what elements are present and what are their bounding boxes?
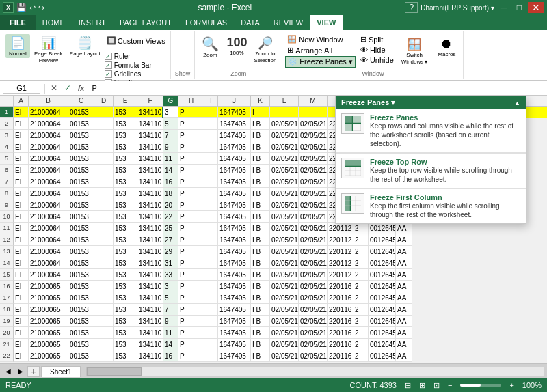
table-cell[interactable]: P	[178, 176, 204, 188]
table-cell[interactable]: 134110	[137, 153, 163, 165]
table-cell[interactable]: 21000064	[29, 211, 68, 223]
col-header-F[interactable]: F	[137, 96, 163, 106]
table-cell[interactable]: 00153	[68, 246, 94, 257]
table-row[interactable]: EI21000065001531531341107P1647405I B02/0…	[14, 304, 547, 316]
table-cell[interactable]: 21000065	[29, 292, 68, 304]
table-cell[interactable]: 1647405	[218, 107, 251, 118]
table-cell[interactable]: 21000064	[29, 257, 68, 269]
table-cell[interactable]: 2	[353, 292, 369, 304]
table-cell[interactable]: 02/05/21	[270, 350, 299, 362]
table-cell[interactable]: P	[178, 246, 204, 257]
table-cell[interactable]: EI	[14, 130, 29, 141]
table-cell[interactable]: 00153	[68, 350, 94, 362]
gridlines-checkbox[interactable]: ✓	[105, 70, 112, 78]
table-cell[interactable]: I B	[251, 246, 270, 257]
table-cell[interactable]: 02/05/21	[270, 281, 299, 292]
table-cell[interactable]: 134110	[137, 269, 163, 281]
table-cell[interactable]: 00126453	[369, 257, 396, 269]
tab-data[interactable]: DATA	[234, 15, 267, 30]
tab-scroll-right[interactable]: ▶	[15, 367, 26, 375]
table-cell[interactable]: 00153	[68, 107, 94, 118]
table-cell[interactable]: 3	[163, 281, 178, 292]
tab-file[interactable]: FILE	[0, 15, 36, 30]
table-cell[interactable]: 21000064	[29, 107, 68, 118]
table-cell[interactable]: 153	[114, 281, 137, 292]
quick-redo-btn[interactable]: ↪	[38, 3, 44, 12]
table-cell[interactable]	[204, 107, 218, 118]
table-cell[interactable]: 1647405	[218, 223, 251, 234]
table-cell[interactable]: 21000064	[29, 223, 68, 234]
table-cell[interactable]: 21000065	[29, 327, 68, 339]
table-cell[interactable]	[94, 130, 114, 141]
table-cell[interactable]: 134110	[137, 107, 163, 118]
tab-review[interactable]: REVIEW	[267, 15, 310, 30]
table-cell[interactable]: 00153	[68, 304, 94, 316]
tab-scroll-left[interactable]: ◀	[3, 367, 14, 375]
table-cell[interactable]	[204, 199, 218, 211]
table-cell[interactable]	[94, 234, 114, 246]
table-cell[interactable]: 21000064	[29, 165, 68, 176]
table-cell[interactable]	[204, 165, 218, 176]
table-cell[interactable]	[204, 176, 218, 188]
table-cell[interactable]: 153	[114, 223, 137, 234]
table-cell[interactable]	[94, 141, 114, 153]
table-cell[interactable]: 5	[163, 292, 178, 304]
table-cell[interactable]: 02/05/21	[299, 339, 328, 350]
table-cell[interactable]: 134110	[137, 118, 163, 130]
user-label[interactable]: Dharani(ERP Support) ▾	[421, 4, 494, 12]
table-cell[interactable]	[94, 339, 114, 350]
table-cell[interactable]: 02/05/21	[299, 269, 328, 281]
col-header-K[interactable]: K	[251, 96, 270, 106]
switch-windows-btn[interactable]: 🪟 SwitchWindows ▾	[399, 36, 431, 66]
table-cell[interactable]: EI	[14, 153, 29, 165]
table-cell[interactable]: 1647405	[218, 176, 251, 188]
table-cell[interactable]: 21000064	[29, 199, 68, 211]
table-cell[interactable]: 134110	[137, 292, 163, 304]
table-cell[interactable]	[204, 118, 218, 130]
table-cell[interactable]: EI	[14, 199, 29, 211]
table-cell[interactable]: EI	[14, 339, 29, 350]
table-cell[interactable]: 02/05/21	[299, 281, 328, 292]
table-cell[interactable]: 11	[163, 327, 178, 339]
row-header-18[interactable]: 18	[0, 304, 14, 316]
table-cell[interactable]: 02/05/21	[299, 234, 328, 246]
table-cell[interactable]: 2	[353, 281, 369, 292]
table-cell[interactable]: 00126453	[369, 223, 396, 234]
table-cell[interactable]: 153	[114, 350, 137, 362]
table-cell[interactable]: 02/05/21	[270, 130, 299, 141]
table-cell[interactable]: 2	[353, 304, 369, 316]
table-cell[interactable]: P	[178, 339, 204, 350]
zoom-100-btn[interactable]: 100 100%	[224, 34, 250, 57]
table-cell[interactable]: 220112	[328, 269, 353, 281]
table-cell[interactable]: 00153	[68, 339, 94, 350]
table-cell[interactable]: 1647405	[218, 339, 251, 350]
table-cell[interactable]: 7	[163, 304, 178, 316]
col-header-A[interactable]: A	[14, 96, 29, 106]
table-cell[interactable]	[94, 292, 114, 304]
table-cell[interactable]: EI	[14, 234, 29, 246]
table-cell[interactable]: 02/05/21	[270, 165, 299, 176]
table-cell[interactable]: 153	[114, 339, 137, 350]
table-cell[interactable]	[94, 211, 114, 223]
table-cell[interactable]: P	[178, 223, 204, 234]
table-cell[interactable]: 134110	[137, 141, 163, 153]
table-cell[interactable]	[94, 107, 114, 118]
table-cell[interactable]	[204, 211, 218, 223]
sheet-tab-sheet1[interactable]: Sheet1	[41, 366, 81, 377]
unhide-btn[interactable]: 👁 Unhide	[358, 55, 396, 65]
table-cell[interactable]: 02/05/21	[299, 327, 328, 339]
col-header-I[interactable]: I	[204, 96, 218, 106]
table-cell[interactable]: 00153	[68, 281, 94, 292]
table-cell[interactable]: 153	[114, 176, 137, 188]
view-page-btn[interactable]: ⊡	[433, 381, 440, 390]
table-cell[interactable]: 134110	[137, 130, 163, 141]
table-cell[interactable]: 31	[163, 257, 178, 269]
table-cell[interactable]: 220116	[328, 327, 353, 339]
table-cell[interactable]: 2	[353, 327, 369, 339]
table-cell[interactable]: 00126453	[369, 234, 396, 246]
table-cell[interactable]: 00153	[68, 327, 94, 339]
table-cell[interactable]: 2	[353, 246, 369, 257]
table-cell[interactable]: I B	[251, 153, 270, 165]
table-cell[interactable]: 00126453	[369, 327, 396, 339]
table-cell[interactable]: 02/05/21	[270, 257, 299, 269]
